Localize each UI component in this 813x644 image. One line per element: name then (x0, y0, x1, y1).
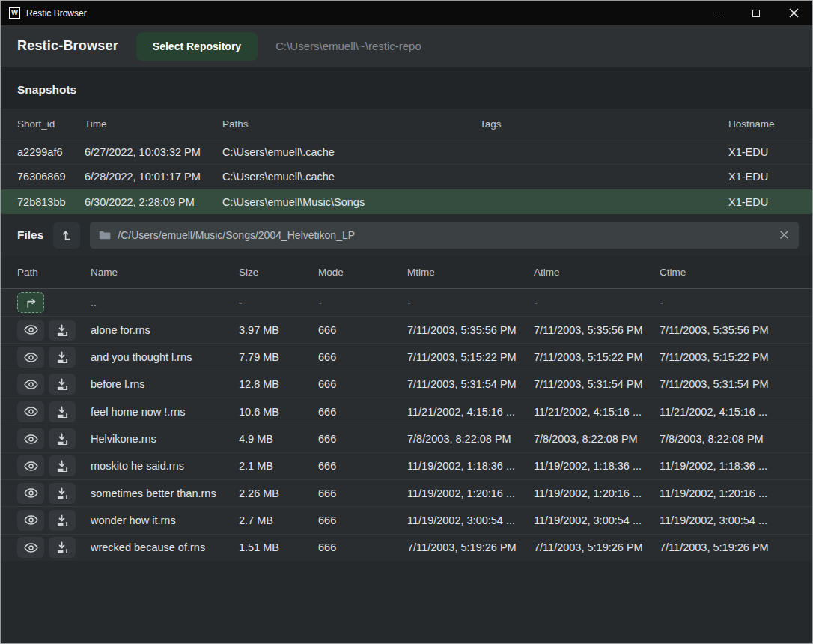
preview-file-button[interactable] (17, 374, 44, 395)
file-mode: 666 (318, 351, 407, 363)
level-up-icon (61, 228, 73, 241)
file-ctime: 7/11/2003, 5:31:54 PM (660, 378, 796, 390)
preview-file-button[interactable] (17, 320, 44, 341)
column-header-atime: Atime (534, 267, 660, 278)
file-size: 2.1 MB (239, 460, 318, 472)
snapshot-time: 6/28/2022, 10:01:17 PM (85, 171, 222, 183)
restore-file-button[interactable] (49, 483, 76, 504)
file-row-actions (17, 374, 91, 395)
file-row: wonder how it.rns2.7 MB66611/19/2002, 3:… (1, 506, 812, 533)
snapshot-row[interactable]: a2299af66/27/2022, 10:03:32 PMC:\Users\e… (1, 139, 812, 164)
maximize-button[interactable] (737, 1, 775, 25)
snapshot-short-id: 72b813bb (17, 196, 85, 208)
preview-file-button[interactable] (17, 455, 44, 476)
preview-file-button[interactable] (17, 510, 44, 531)
snapshot-time: 6/27/2022, 10:03:32 PM (85, 146, 222, 158)
file-row: wrecked because of.rns1.51 MB6667/11/200… (1, 534, 812, 561)
file-row-actions (17, 292, 91, 313)
close-icon (780, 231, 788, 239)
file-name: moskito he said.rns (91, 460, 239, 472)
download-icon (56, 406, 69, 418)
path-level-up-button[interactable] (53, 222, 80, 249)
go-to-parent-button[interactable] (17, 292, 44, 313)
minimize-button[interactable] (700, 1, 737, 25)
preview-file-button[interactable] (17, 347, 44, 368)
restore-file-button[interactable] (49, 320, 76, 341)
preview-file-button[interactable] (17, 428, 44, 449)
file-atime: 7/11/2003, 5:31:54 PM (534, 378, 660, 390)
files-section-title: Files (17, 228, 43, 242)
snapshot-hostname: X1-EDU (728, 146, 796, 158)
snapshot-paths: C:\Users\emuell\Music\Songs (222, 196, 480, 208)
file-mode: 666 (318, 460, 407, 472)
file-mode: - (318, 297, 407, 309)
files-toolbar: Files /C/Users/emuell/Music/Songs/2004_H… (1, 214, 812, 256)
snapshot-row[interactable]: 72b813bb6/30/2022, 2:28:09 PMC:\Users\em… (1, 189, 812, 214)
app-window: W Restic Browser Restic-Browser Select R… (0, 0, 813, 644)
window-title: Restic Browser (26, 8, 87, 19)
file-mtime: 11/19/2002, 1:18:36 ... (407, 460, 534, 472)
files-table-header: Path Name Size Mode Mtime Atime Ctime (1, 256, 812, 289)
download-icon (56, 378, 69, 390)
download-icon (56, 487, 69, 499)
column-header-hostname: Hostname (728, 118, 796, 130)
snapshot-row[interactable]: 763068696/28/2022, 10:01:17 PMC:\Users\e… (1, 164, 812, 189)
snapshots-section: Snapshots Short_id Time Paths Tags Hostn… (1, 67, 812, 214)
snapshot-short-id: 76306869 (17, 171, 85, 183)
file-atime: - (534, 297, 660, 309)
file-mode: 666 (318, 324, 407, 336)
file-ctime: - (660, 297, 796, 309)
restore-file-button[interactable] (49, 455, 76, 476)
file-mode: 666 (318, 514, 407, 526)
file-mode: 666 (318, 487, 407, 499)
file-row: alone for.rns3.97 MB6667/11/2003, 5:35:5… (1, 316, 812, 343)
column-header-paths: Paths (222, 118, 480, 130)
restore-file-button[interactable] (49, 347, 76, 368)
snapshot-short-id: a2299af6 (17, 146, 85, 158)
select-repository-button[interactable]: Select Repository (136, 32, 258, 61)
file-mtime: 11/19/2002, 3:00:54 ... (407, 514, 534, 526)
file-ctime: 11/21/2002, 4:15:16 ... (660, 406, 796, 418)
snapshot-hostname: X1-EDU (728, 196, 796, 208)
snapshot-paths: C:\Users\emuell\.cache (222, 171, 480, 183)
download-icon (56, 351, 69, 363)
snapshots-table-header: Short_id Time Paths Tags Hostname (1, 109, 812, 139)
restore-file-button[interactable] (49, 401, 76, 422)
close-button[interactable] (775, 1, 812, 25)
column-header-path: Path (17, 267, 91, 278)
repository-path: C:\Users\emuell\~\restic-repo (275, 40, 421, 52)
column-header-name: Name (91, 267, 239, 278)
file-row-actions (17, 483, 91, 504)
file-ctime: 7/11/2003, 5:35:56 PM (660, 324, 796, 336)
file-size: 7.79 MB (239, 351, 318, 363)
app-logo-icon: W (9, 7, 20, 19)
file-mtime: 7/11/2003, 5:35:56 PM (407, 324, 534, 336)
restore-file-button[interactable] (49, 537, 76, 558)
file-mtime: 11/19/2002, 1:20:16 ... (407, 487, 534, 499)
file-mode: 666 (318, 378, 407, 390)
eye-icon (24, 461, 38, 472)
file-size: 3.97 MB (239, 324, 318, 336)
snapshot-time: 6/30/2022, 2:28:09 PM (85, 196, 222, 208)
content-filler (1, 561, 812, 643)
file-size: 1.51 MB (239, 541, 318, 553)
restore-file-button[interactable] (49, 428, 76, 449)
file-row: Helvikone.rns4.9 MB6667/8/2003, 8:22:08 … (1, 425, 812, 452)
eye-icon (24, 487, 38, 499)
close-icon (789, 8, 799, 18)
restore-file-button[interactable] (49, 510, 76, 531)
file-row: moskito he said.rns2.1 MB66611/19/2002, … (1, 452, 812, 479)
download-icon (56, 433, 69, 445)
file-name: before l.rns (91, 378, 239, 390)
files-table-body: ..-----alone for.rns3.97 MB6667/11/2003,… (1, 289, 812, 561)
current-path-input[interactable]: /C/Users/emuell/Music/Songs/2004_Helveti… (90, 222, 799, 249)
eye-icon (24, 406, 38, 417)
file-size: 2.26 MB (239, 487, 318, 499)
preview-file-button[interactable] (17, 401, 44, 422)
file-atime: 7/8/2003, 8:22:08 PM (534, 433, 660, 445)
clear-path-button[interactable] (772, 222, 796, 249)
preview-file-button[interactable] (17, 483, 44, 504)
restore-file-button[interactable] (49, 374, 76, 395)
preview-file-button[interactable] (17, 537, 44, 558)
snapshot-hostname: X1-EDU (728, 171, 796, 183)
